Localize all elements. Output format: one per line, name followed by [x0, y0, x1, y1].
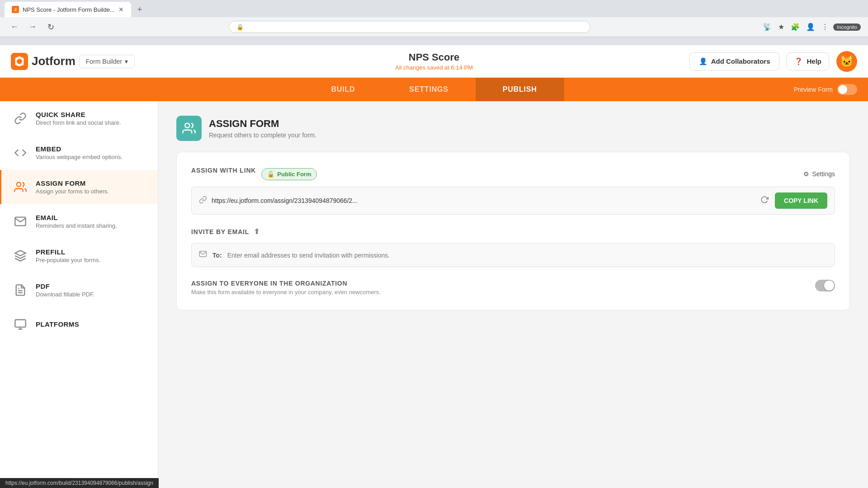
sidebar-text-embed: EMBED Various webpage embed options.	[36, 145, 123, 160]
profile-icon[interactable]: 👤	[804, 21, 817, 33]
add-collaborators-button[interactable]: 👤 Add Collaborators	[689, 52, 780, 70]
address-bar[interactable]: 🔒 eu.jotform.com/build/231394094879066/p…	[229, 21, 590, 33]
to-label: To:	[212, 252, 222, 259]
sidebar-item-platforms[interactable]: PLATFORMS	[0, 307, 158, 342]
incognito-badge: Incognito	[833, 23, 861, 31]
sidebar-item-quick-share[interactable]: QUICK SHARE Direct form link and social …	[0, 101, 158, 136]
upload-icon: ⬆	[254, 227, 260, 236]
sidebar-title-pdf: PDF	[36, 282, 94, 290]
form-builder-label: Form Builder	[86, 58, 122, 65]
copy-link-button[interactable]: COPY LINK	[775, 192, 827, 209]
sidebar-subtitle-email: Reminders and instant sharing.	[36, 222, 117, 229]
help-label: Help	[807, 57, 821, 65]
preview-form-label: Preview Form	[794, 86, 833, 93]
org-text: ASSIGN TO EVERYONE IN THE ORGANIZATION M…	[191, 280, 381, 296]
email-input-row[interactable]: To:	[191, 243, 835, 267]
status-url: https://eu.jotform.com/build/23139409487…	[5, 480, 153, 486]
sidebar-subtitle-quick-share: Direct form link and social share.	[36, 119, 121, 126]
tab-favicon: J	[12, 6, 19, 13]
cast-icon[interactable]: 📡	[761, 21, 774, 33]
tab-close-icon[interactable]: ✕	[118, 6, 124, 13]
svg-marker-3	[15, 250, 25, 256]
sidebar-title-email: EMAIL	[36, 214, 117, 221]
toggle-knob	[838, 85, 847, 94]
link-input-row: https://eu.jotform.com/assign/2313940948…	[191, 187, 835, 215]
tab-publish[interactable]: PUBLISH	[476, 78, 564, 101]
sidebar-item-prefill[interactable]: PREFILL Pre-populate your forms.	[0, 239, 158, 273]
save-status: All changes saved at 6:14 PM	[395, 64, 473, 71]
org-toggle-area[interactable]	[815, 280, 835, 291]
add-collaborators-label: Add Collaborators	[711, 57, 770, 65]
extensions-icon[interactable]: 🧩	[789, 21, 802, 33]
sidebar: QUICK SHARE Direct form link and social …	[0, 101, 158, 488]
sidebar-subtitle-embed: Various webpage embed options.	[36, 154, 123, 160]
nav-tabs: BUILD SETTINGS PUBLISH Preview Form	[0, 78, 868, 101]
form-title: NPS Score	[395, 52, 473, 63]
sidebar-text-email: EMAIL Reminders and instant sharing.	[36, 214, 117, 229]
lock-open-icon: 🔓	[267, 171, 274, 178]
tab-title: NPS Score - Jotform Form Builde...	[23, 6, 115, 13]
help-circle-icon: ❓	[794, 57, 803, 66]
refresh-link-button[interactable]	[759, 194, 770, 208]
address-input[interactable]: eu.jotform.com/build/231394094879066/pub…	[247, 23, 583, 30]
platforms-icon	[12, 316, 28, 333]
link-icon	[12, 110, 28, 127]
back-button[interactable]: ←	[7, 20, 22, 34]
menu-icon[interactable]: ⋮	[820, 21, 830, 33]
assign-to-org-section: ASSIGN TO EVERYONE IN THE ORGANIZATION M…	[191, 280, 835, 296]
org-row: ASSIGN TO EVERYONE IN THE ORGANIZATION M…	[191, 280, 835, 296]
code-icon	[12, 145, 28, 161]
sidebar-item-embed[interactable]: EMBED Various webpage embed options.	[0, 136, 158, 170]
invite-by-email-section: INVITE BY EMAIL ⬆ To:	[191, 227, 835, 267]
sidebar-title-quick-share: QUICK SHARE	[36, 111, 121, 118]
sidebar-text-pdf: PDF Download fillable PDF.	[36, 282, 94, 298]
assign-form-subtitle: Request others to complete your form.	[209, 131, 316, 139]
sidebar-item-email[interactable]: EMAIL Reminders and instant sharing.	[0, 204, 158, 239]
new-tab-button[interactable]: +	[131, 2, 149, 17]
assign-form-card: ASSIGN WITH LINK 🔓 Public Form ⚙ Setting…	[176, 152, 850, 310]
users-icon	[12, 179, 28, 195]
org-title: ASSIGN TO EVERYONE IN THE ORGANIZATION	[191, 280, 381, 287]
tab-settings[interactable]: SETTINGS	[382, 78, 475, 101]
sidebar-title-platforms: PLATFORMS	[36, 320, 79, 328]
browser-chrome: J NPS Score - Jotform Form Builde... ✕ +…	[0, 0, 868, 45]
assign-form-header: ASSIGN FORM Request others to complete y…	[176, 116, 850, 141]
assign-form-icon	[176, 116, 202, 141]
email-input-field[interactable]	[227, 252, 827, 259]
help-button[interactable]: ❓ Help	[787, 52, 829, 70]
sidebar-title-prefill: PREFILL	[36, 248, 100, 256]
app-header: Jotform Form Builder ▾ NPS Score All cha…	[0, 45, 868, 78]
settings-link[interactable]: ⚙ Settings	[803, 170, 835, 178]
assign-with-link-title: ASSIGN WITH LINK	[191, 167, 256, 174]
settings-label: Settings	[812, 170, 835, 178]
toolbar-actions: 📡 ★ 🧩 👤 ⋮ Incognito	[761, 21, 861, 33]
gear-icon: ⚙	[803, 170, 809, 178]
preview-toggle[interactable]	[837, 84, 857, 95]
preview-form-area: Preview Form	[794, 84, 857, 95]
header-actions: 👤 Add Collaborators ❓ Help 🐱	[689, 51, 857, 72]
sidebar-subtitle-prefill: Pre-populate your forms.	[36, 257, 100, 263]
sidebar-item-assign-form[interactable]: ASSIGN FORM Assign your forms to others.	[0, 170, 158, 204]
status-bar: https://eu.jotform.com/build/23139409487…	[0, 478, 159, 488]
logo-text: Jotform	[32, 54, 75, 68]
bookmark-icon[interactable]: ★	[776, 21, 786, 33]
org-toggle[interactable]	[815, 280, 835, 291]
sidebar-subtitle-pdf: Download fillable PDF.	[36, 291, 94, 298]
forward-button[interactable]: →	[25, 20, 40, 34]
avatar[interactable]: 🐱	[836, 51, 857, 72]
public-form-badge[interactable]: 🔓 Public Form	[261, 168, 317, 180]
public-form-label: Public Form	[277, 171, 311, 178]
tab-build[interactable]: BUILD	[304, 78, 382, 101]
sidebar-item-pdf[interactable]: PDF Download fillable PDF.	[0, 273, 158, 307]
sidebar-subtitle-assign-form: Assign your forms to others.	[36, 188, 109, 195]
sidebar-text-quick-share: QUICK SHARE Direct form link and social …	[36, 111, 121, 126]
assign-form-title: ASSIGN FORM	[209, 118, 316, 130]
chevron-down-icon: ▾	[125, 58, 128, 65]
form-builder-button[interactable]: Form Builder ▾	[79, 55, 135, 68]
lock-icon: 🔒	[236, 23, 244, 30]
refresh-button[interactable]: ↻	[43, 20, 58, 34]
assign-form-heading: ASSIGN FORM Request others to complete y…	[209, 118, 316, 139]
link-header-row: ASSIGN WITH LINK 🔓 Public Form ⚙ Setting…	[191, 167, 835, 181]
org-subtitle: Make this form available to everyone in …	[191, 289, 381, 296]
active-tab[interactable]: J NPS Score - Jotform Form Builde... ✕	[5, 2, 131, 17]
